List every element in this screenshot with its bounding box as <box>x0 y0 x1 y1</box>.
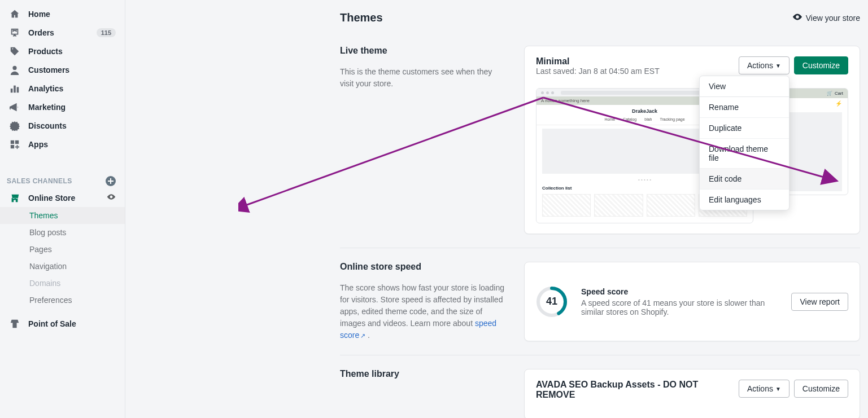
theme-name: Minimal <box>536 56 660 67</box>
library-customize-button[interactable]: Customize <box>794 380 848 398</box>
subnav-navigation[interactable]: Navigation <box>0 258 125 275</box>
subnav-domains[interactable]: Domains <box>0 275 125 292</box>
nav-orders[interactable]: Orders 115 <box>0 23 125 42</box>
speed-info: Online store speed The score shows how f… <box>340 262 507 341</box>
library-info: Theme library <box>340 369 507 418</box>
library-card: AVADA SEO Backup Assets - DO NOT REMOVE … <box>524 369 860 418</box>
nav-marketing[interactable]: Marketing <box>0 98 125 116</box>
nav-label: Customers <box>28 65 69 74</box>
main-content: Themes View your store Live theme This i… <box>125 0 868 418</box>
svg-rect-5 <box>15 140 19 143</box>
subnav-themes[interactable]: Themes <box>0 207 125 224</box>
nav-apps[interactable]: Apps <box>0 135 125 153</box>
nav-label: Point of Sale <box>28 319 76 328</box>
nav-label: Analytics <box>28 84 63 93</box>
speed-row: Online store speed The score shows how f… <box>340 262 860 355</box>
nav-discounts[interactable]: Discounts <box>0 116 125 135</box>
nav-label: Orders <box>28 28 54 37</box>
svg-rect-3 <box>17 87 19 93</box>
orders-badge: 115 <box>97 28 116 37</box>
library-heading: Theme library <box>340 369 507 379</box>
person-icon <box>9 64 20 76</box>
nav-label: Discounts <box>28 121 67 130</box>
live-theme-card: Minimal Last saved: Jan 8 at 04:50 am ES… <box>524 46 860 234</box>
view-store-button[interactable]: View your store <box>792 12 860 24</box>
nav-label: Products <box>28 47 63 56</box>
nav-pos[interactable]: Point of Sale <box>0 314 125 333</box>
speed-desc: The score shows how fast your store is l… <box>340 282 507 341</box>
discount-icon <box>9 120 20 131</box>
live-theme-row: Live theme This is the theme customers s… <box>340 46 860 248</box>
speed-card-desc: A speed score of 41 means your store is … <box>581 298 778 316</box>
live-theme-heading: Live theme <box>340 46 507 56</box>
speed-ring: 41 <box>536 286 568 318</box>
view-report-button[interactable]: View report <box>791 293 848 311</box>
svg-rect-1 <box>11 89 13 93</box>
page-header: Themes View your store <box>340 11 860 24</box>
add-channel-button[interactable] <box>106 176 116 186</box>
actions-dropdown: View Rename Duplicate Download theme fil… <box>699 76 790 210</box>
external-icon: ↗ <box>360 332 365 339</box>
nav-label: Apps <box>28 140 48 149</box>
subnav-blog[interactable]: Blog posts <box>0 224 125 241</box>
sidebar: Home Orders 115 Products Customers Analy… <box>0 0 125 418</box>
dropdown-edit-code[interactable]: Edit code <box>700 169 789 190</box>
nav-analytics[interactable]: Analytics <box>0 79 125 98</box>
dropdown-download[interactable]: Download theme file <box>700 139 789 169</box>
subnav-pages[interactable]: Pages <box>0 241 125 258</box>
live-theme-info: Live theme This is the theme customers s… <box>340 46 507 234</box>
speed-heading: Online store speed <box>340 262 507 272</box>
nav-home[interactable]: Home <box>0 5 125 23</box>
section-label: SALES CHANNELS <box>7 177 72 185</box>
eye-icon <box>792 12 802 24</box>
pos-icon <box>9 318 20 329</box>
library-theme-name: AVADA SEO Backup Assets - DO NOT REMOVE <box>536 380 705 400</box>
apps-icon <box>9 139 20 150</box>
actions-button[interactable]: Actions ▼ <box>739 56 790 74</box>
chevron-down-icon: ▼ <box>775 63 781 69</box>
nav-online-store[interactable]: Online Store <box>0 188 125 207</box>
live-theme-desc: This is the theme customers see when the… <box>340 66 507 90</box>
analytics-icon <box>9 83 20 94</box>
svg-rect-2 <box>14 85 16 93</box>
view-store-label: View your store <box>806 14 860 23</box>
eye-icon[interactable] <box>107 192 116 203</box>
megaphone-icon <box>9 102 20 113</box>
svg-rect-6 <box>11 144 14 148</box>
online-store-subnav: Themes Blog posts Pages Navigation Domai… <box>0 207 125 309</box>
sales-channels-header: SALES CHANNELS <box>0 171 125 188</box>
subnav-preferences[interactable]: Preferences <box>0 292 125 309</box>
dropdown-view[interactable]: View <box>700 76 789 97</box>
svg-rect-4 <box>11 140 14 143</box>
theme-preview: A notice something hereLogin or Create a… <box>536 88 848 223</box>
orders-icon <box>9 27 20 38</box>
library-row: Theme library AVADA SEO Backup Assets - … <box>340 369 860 418</box>
dropdown-rename[interactable]: Rename <box>700 97 789 118</box>
speed-number: 41 <box>546 296 557 307</box>
customize-button[interactable]: Customize <box>794 56 848 74</box>
tag-icon <box>9 46 20 57</box>
speed-card: 41 Speed score A speed score of 41 means… <box>524 262 860 341</box>
saved-text: Last saved: Jan 8 at 04:50 am EST <box>536 67 660 76</box>
nav-label: Marketing <box>28 103 66 112</box>
library-actions-button[interactable]: Actions ▼ <box>739 380 790 398</box>
dropdown-duplicate[interactable]: Duplicate <box>700 118 789 139</box>
speed-title: Speed score <box>581 287 778 296</box>
nav-label: Online Store <box>28 193 75 203</box>
nav-products[interactable]: Products <box>0 42 125 60</box>
home-icon <box>9 8 20 20</box>
svg-point-0 <box>12 65 16 69</box>
nav-customers[interactable]: Customers <box>0 60 125 79</box>
nav-label: Home <box>28 10 50 19</box>
store-icon <box>9 192 20 204</box>
page-title: Themes <box>340 11 383 24</box>
chevron-down-icon: ▼ <box>775 386 781 392</box>
dropdown-edit-languages[interactable]: Edit languages <box>700 190 789 210</box>
